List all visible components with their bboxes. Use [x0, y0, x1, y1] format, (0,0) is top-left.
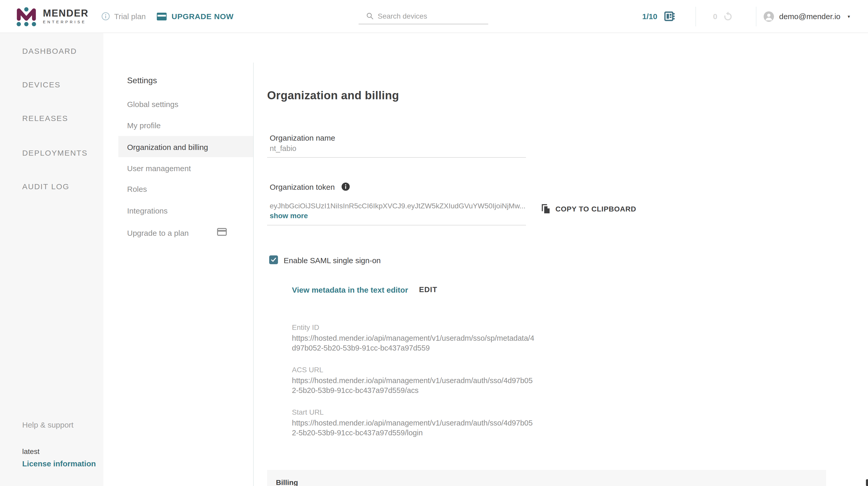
sidebar-item-releases[interactable]: RELEASES — [22, 114, 68, 122]
view-metadata-link[interactable]: View metadata in the text editor — [292, 285, 408, 294]
copy-to-clipboard-label: COPY TO CLIPBOARD — [555, 205, 636, 213]
brand-subtitle: ENTERPRISE — [43, 21, 89, 24]
pending-count: 0 — [713, 12, 717, 21]
device-board-icon — [664, 11, 675, 22]
organization-name-underline — [267, 157, 526, 158]
credit-card-outline-icon — [217, 228, 227, 238]
organization-token-underline — [267, 225, 526, 225]
acs-url-label: ACS URL — [292, 366, 536, 374]
user-email: demo@mender.io — [779, 12, 840, 21]
mender-logo[interactable]: MENDER ENTERPRISE — [17, 0, 89, 33]
trial-plan-chip[interactable]: Trial plan — [101, 0, 146, 33]
device-search — [359, 8, 488, 24]
app-window: MENDER ENTERPRISE Trial plan UPG — [0, 0, 868, 486]
settings-nav-upgrade-plan[interactable]: Upgrade to a plan — [127, 229, 189, 237]
saml-checkbox[interactable] — [269, 255, 278, 264]
copy-icon — [540, 203, 551, 215]
acs-url-value: https://hosted.mender.io/api/management/… — [292, 376, 536, 396]
settings-nav-organization-billing[interactable]: Organization and billing — [127, 143, 208, 151]
edit-button[interactable]: EDIT — [419, 285, 437, 294]
settings-nav-user-management[interactable]: User management — [127, 164, 191, 173]
organization-name-label: Organization name — [270, 134, 335, 142]
header-divider — [695, 7, 696, 26]
upgrade-now-button[interactable]: UPGRADE NOW — [157, 0, 234, 33]
show-more-link[interactable]: show more — [270, 211, 308, 220]
page-title: Organization and billing — [267, 89, 399, 103]
entity-id-label: Entity ID — [292, 323, 536, 332]
search-input[interactable] — [359, 8, 488, 24]
info-icon[interactable] — [341, 182, 350, 191]
copy-to-clipboard-button[interactable]: COPY TO CLIPBOARD — [540, 203, 636, 215]
account-menu[interactable]: demo@mender.io ▾ — [764, 0, 850, 33]
billing-section-title: Billing — [276, 478, 298, 486]
upgrade-now-label: UPGRADE NOW — [172, 12, 234, 21]
start-url-group: Start URL https://hosted.mender.io/api/m… — [292, 408, 536, 438]
entity-id-group: Entity ID https://hosted.mender.io/api/m… — [292, 323, 536, 353]
start-url-value: https://hosted.mender.io/api/management/… — [292, 418, 536, 438]
help-support-link[interactable]: Help & support — [22, 420, 73, 429]
start-url-label: Start URL — [292, 408, 536, 416]
version-label: latest — [22, 447, 39, 456]
entity-id-value: https://hosted.mender.io/api/management/… — [292, 334, 536, 353]
header-divider — [756, 7, 756, 26]
sidebar-item-audit-log[interactable]: AUDIT LOG — [22, 182, 69, 191]
settings-nav-global-settings[interactable]: Global settings — [127, 100, 178, 109]
settings-nav-title: Settings — [127, 76, 157, 85]
settings-nav-integrations[interactable]: Integrations — [127, 206, 168, 215]
license-information-link[interactable]: License information — [22, 459, 96, 468]
refresh-icon — [723, 11, 734, 22]
mender-logo-icon — [17, 5, 36, 28]
app-header: MENDER ENTERPRISE Trial plan UPG — [0, 0, 868, 33]
avatar — [764, 11, 774, 22]
info-outline-icon — [101, 12, 110, 21]
sidebar-item-deployments[interactable]: DEPLOYMENTS — [22, 148, 88, 157]
acs-url-group: ACS URL https://hosted.mender.io/api/man… — [292, 366, 536, 396]
settings-nav-roles[interactable]: Roles — [127, 184, 147, 193]
settings-nav-my-profile[interactable]: My profile — [127, 121, 161, 130]
organization-token-value: eyJhbGciOiJSUzI1NiIsInR5cCI6IkpXVCJ9.eyJ… — [270, 202, 525, 210]
saml-checkbox-label[interactable]: Enable SAML single sign-on — [284, 256, 381, 265]
billing-section: Billing — [267, 470, 826, 486]
sidebar-item-devices[interactable]: DEVICES — [22, 80, 61, 89]
brand-name: MENDER — [43, 8, 89, 18]
organization-name-value: nt_fabio — [270, 144, 296, 152]
organization-token-label: Organization token — [270, 182, 335, 191]
credit-card-icon — [157, 12, 167, 21]
organization-token-label-row: Organization token — [270, 182, 350, 191]
trial-plan-label: Trial plan — [114, 12, 146, 21]
chevron-down-icon: ▾ — [847, 14, 850, 19]
sidebar-item-dashboard[interactable]: DASHBOARD — [22, 47, 77, 55]
device-limit-count: 1/10 — [642, 12, 657, 21]
main-sidebar: DASHBOARD DEVICES RELEASES DEPLOYMENTS A… — [0, 33, 103, 486]
pending-devices-button[interactable]: 0 — [713, 0, 734, 33]
device-limit-indicator[interactable]: 1/10 — [642, 0, 675, 33]
settings-nav-divider — [253, 62, 254, 486]
chat-launcher-edge[interactable] — [866, 479, 868, 486]
